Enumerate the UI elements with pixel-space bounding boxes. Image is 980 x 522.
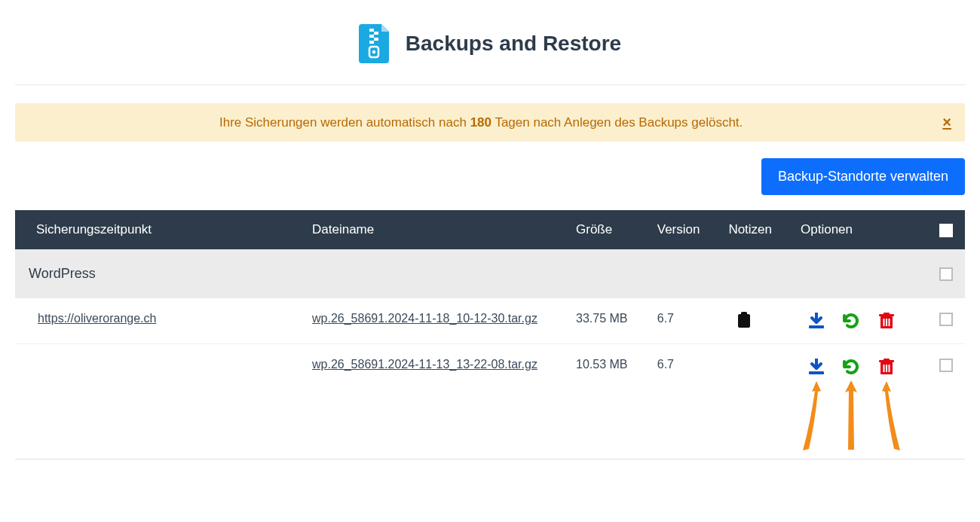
clipboard-icon[interactable] [731,312,757,328]
delete-icon[interactable] [874,359,899,375]
alert-days: 180 [470,115,492,130]
alert-post: Tagen nach Anlegen des Backups gelöscht. [492,115,743,130]
size-cell: 33.75 MB [565,298,647,344]
page-header: Backups and Restore [15,15,965,84]
col-time: Sicherungszeitpunkt [15,210,302,249]
col-select-all [927,210,965,249]
svg-rect-14 [886,319,887,326]
divider [15,84,965,85]
svg-rect-21 [886,365,887,372]
options-cell [790,344,927,459]
svg-rect-20 [883,365,884,372]
size-cell: 10.53 MB [565,344,647,459]
svg-point-6 [372,50,375,53]
group-label: WordPress [15,249,927,298]
col-filename: Dateiname [302,210,565,249]
alert-pre: Ihre Sicherungen werden automatisch nach [219,115,470,130]
svg-rect-2 [369,35,374,38]
svg-rect-22 [888,365,890,372]
svg-rect-12 [884,313,890,315]
archive-zip-icon [359,24,392,63]
col-size: Größe [565,210,647,249]
table-row: wp.26_58691.2024-11-13_13-22-08.tar.gz 1… [15,344,965,459]
row-checkbox[interactable] [939,313,953,326]
svg-rect-4 [369,41,374,44]
restore-icon[interactable] [838,312,864,330]
row-checkbox[interactable] [939,359,953,372]
manage-backup-locations-button[interactable]: Backup-Standorte verwalten [761,158,965,195]
group-row: WordPress [15,249,965,298]
col-version: Version [647,210,718,249]
download-icon[interactable] [804,313,829,329]
options-cell [790,298,927,344]
table-row: https://oliverorange.ch wp.26_58691.2024… [15,298,965,344]
version-cell: 6.7 [647,344,718,459]
delete-icon[interactable] [874,313,899,329]
file-link[interactable]: wp.26_58691.2024-11-13_13-22-08.tar.gz [312,358,537,371]
svg-rect-3 [374,38,378,41]
svg-rect-1 [374,32,378,35]
close-icon[interactable]: × [942,114,951,131]
page-title: Backups and Restore [406,32,621,56]
col-notes: Notizen [718,210,790,249]
svg-rect-16 [809,371,824,374]
svg-rect-19 [884,359,890,361]
notes-cell [718,344,790,459]
group-checkbox[interactable] [939,267,953,281]
select-all-checkbox[interactable] [939,224,953,237]
svg-rect-15 [888,319,890,326]
alert-text: Ihre Sicherungen werden automatisch nach… [29,115,933,130]
annotation-arrow-icon [801,381,831,453]
site-link[interactable]: https://oliverorange.ch [38,312,156,325]
svg-rect-13 [883,319,884,326]
svg-rect-8 [741,312,747,316]
version-cell: 6.7 [647,298,718,344]
col-options: Optionen [790,210,927,249]
svg-rect-7 [738,314,750,328]
info-alert: Ihre Sicherungen werden automatisch nach… [15,103,965,142]
annotation-arrow-icon [871,381,902,453]
restore-icon[interactable] [838,358,864,376]
svg-rect-9 [809,325,824,328]
annotation-arrow-icon [840,380,862,452]
notes-cell [718,298,790,344]
backups-table: Sicherungszeitpunkt Dateiname Größe Vers… [15,210,965,459]
file-link[interactable]: wp.26_58691.2024-11-18_10-12-30.tar.gz [312,312,537,325]
svg-rect-0 [369,29,374,32]
download-icon[interactable] [804,359,829,375]
